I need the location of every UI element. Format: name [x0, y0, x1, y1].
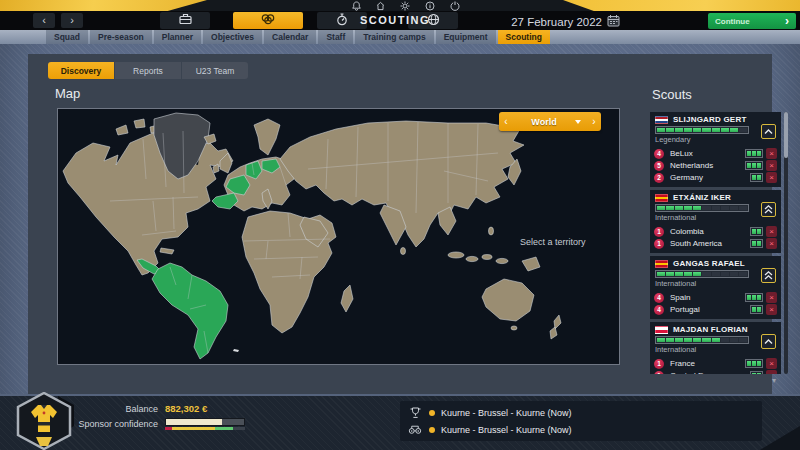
event-row[interactable]: Kuurne - Brussel - Kuurne (Now): [408, 423, 754, 436]
rider-count-badge: 4: [654, 149, 664, 159]
continue-button[interactable]: Continue ›: [708, 13, 796, 29]
tab-objectives[interactable]: Objectives: [203, 30, 262, 44]
scout-name: ETXÁNIZ IKER: [673, 193, 731, 202]
assignment-row: 4Spain×: [654, 292, 777, 303]
scout-level: Legendary: [655, 135, 777, 144]
remove-assignment-button[interactable]: ×: [766, 160, 777, 171]
event-dot-icon: [429, 410, 435, 416]
territory-north-america[interactable]: [63, 129, 233, 275]
assignment-row: 2Germany×: [654, 172, 777, 183]
selector-label: World: [513, 117, 575, 127]
territory-australia[interactable]: [482, 279, 534, 321]
scout-level: International: [655, 345, 777, 354]
rider-count-badge: 2: [654, 173, 664, 183]
remove-assignment-button[interactable]: ×: [766, 292, 777, 303]
trophy-icon: [408, 407, 422, 419]
collapse-icon[interactable]: [761, 124, 776, 139]
tab-training-camps[interactable]: Training camps: [355, 30, 433, 44]
back-button[interactable]: ‹: [33, 13, 55, 28]
staff-briefcase-button[interactable]: [160, 12, 210, 29]
collapse-double-icon[interactable]: [761, 202, 776, 217]
tab-staff[interactable]: Staff: [318, 30, 353, 44]
territory-selector[interactable]: ‹ World ›: [499, 112, 601, 131]
remove-assignment-button[interactable]: ×: [766, 370, 777, 374]
remove-assignment-button[interactable]: ×: [766, 226, 777, 237]
assignment-row: 1Colombia×: [654, 226, 777, 237]
sub-tab-bar: DiscoveryReportsU23 Team: [48, 62, 248, 79]
tab-equipment[interactable]: Equipment: [436, 30, 496, 44]
world-map-area: ‹ World › Select a territory: [57, 108, 620, 365]
progress-minibar: [750, 371, 763, 374]
scouting-rings-icon: [260, 13, 276, 28]
chevron-right-icon: ›: [785, 15, 789, 27]
territory-name: France: [670, 359, 745, 368]
territory-name: Netherlands: [670, 161, 745, 170]
scroll-down-icon[interactable]: ▾: [772, 376, 776, 385]
tab-pre-season[interactable]: Pre-season: [90, 30, 152, 44]
selector-next-icon[interactable]: ›: [587, 117, 601, 127]
collapse-double-icon[interactable]: [761, 268, 776, 283]
subtab-reports[interactable]: Reports: [115, 62, 181, 79]
bell-icon[interactable]: [352, 1, 361, 11]
scout-skill-bar: [655, 336, 749, 344]
sponsor-confidence-label: Sponsor confidence: [0, 419, 158, 429]
continue-label: Continue: [715, 17, 785, 26]
info-icon[interactable]: [425, 1, 435, 11]
remove-assignment-button[interactable]: ×: [766, 304, 777, 315]
subtab-discovery[interactable]: Discovery: [48, 62, 114, 79]
scouting-mode-button[interactable]: [233, 12, 303, 29]
event-text: Kuurne - Brussel - Kuurne (Now): [441, 408, 572, 418]
gold-banner-left: [0, 0, 207, 11]
assignment-row: 1South America×: [654, 238, 777, 249]
territory-spain[interactable]: [212, 193, 238, 209]
event-row[interactable]: Kuurne - Brussel - Kuurne (Now): [408, 406, 754, 419]
selector-prev-icon[interactable]: ‹: [499, 117, 513, 127]
main-tab-bar: SquadPre-seasonPlannerObjectivesCalendar…: [0, 30, 800, 44]
sponsor-confidence-bar: [165, 418, 245, 426]
remove-assignment-button[interactable]: ×: [766, 172, 777, 183]
assignment-row: 5Netherlands×: [654, 160, 777, 171]
rider-count-badge: 1: [654, 359, 664, 369]
scout-header: SLIJNGARD GERTLegendary: [650, 112, 781, 146]
territory-name: Germany: [670, 173, 750, 182]
calendar-date-icon[interactable]: [607, 14, 620, 29]
progress-minibar: [750, 305, 763, 314]
remove-assignment-button[interactable]: ×: [766, 148, 777, 159]
assignment-row: 1Central Europe×: [654, 370, 777, 374]
balance-value: 882,302 €: [165, 403, 207, 414]
forward-button[interactable]: ›: [61, 13, 83, 28]
remove-assignment-button[interactable]: ×: [766, 238, 777, 249]
collapse-icon[interactable]: [761, 334, 776, 349]
territory-hint: Select a territory: [520, 237, 586, 247]
scouting-screen: ‹ › SCOUTING 27 February 2022 Continue ›…: [0, 0, 800, 450]
subtab-u23-team[interactable]: U23 Team: [182, 62, 248, 79]
assignment-row: 1France×: [654, 358, 777, 369]
scout-skill-bar: [655, 126, 749, 134]
tab-planner[interactable]: Planner: [154, 30, 201, 44]
power-icon[interactable]: [450, 1, 460, 11]
scrollbar-thumb[interactable]: [784, 112, 788, 158]
scout-list: SLIJNGARD GERTLegendary4BeLux×5Netherlan…: [650, 112, 781, 374]
scout-level: International: [655, 213, 777, 222]
tab-scouting[interactable]: Scouting: [498, 30, 550, 44]
territory-name: South America: [670, 239, 750, 248]
scout-assignments: 1France×1Central Europe×: [650, 356, 781, 374]
remove-assignment-button[interactable]: ×: [766, 358, 777, 369]
netherlands-flag-icon: [655, 116, 668, 124]
chevron-down-icon[interactable]: [575, 120, 581, 124]
progress-minibar: [750, 239, 763, 248]
assignment-row: 4Portugal×: [654, 304, 777, 315]
scout-header: ETXÁNIZ IKERInternational: [650, 190, 781, 224]
territory-south-america[interactable]: [152, 263, 228, 359]
scouts-scrollbar[interactable]: [784, 112, 788, 374]
tab-squad[interactable]: Squad: [46, 30, 88, 44]
home-icon[interactable]: [376, 1, 385, 11]
event-dot-icon: [429, 427, 435, 433]
scouts-heading: Scouts: [652, 87, 692, 102]
rider-count-badge: 4: [654, 305, 664, 315]
rider-count-badge: 1: [654, 227, 664, 237]
territory-name: Spain: [670, 293, 745, 302]
footer-bar: Balance 882,302 € Sponsor confidence Kuu…: [0, 394, 800, 450]
tab-calendar[interactable]: Calendar: [264, 30, 316, 44]
gear-icon[interactable]: [400, 1, 410, 11]
